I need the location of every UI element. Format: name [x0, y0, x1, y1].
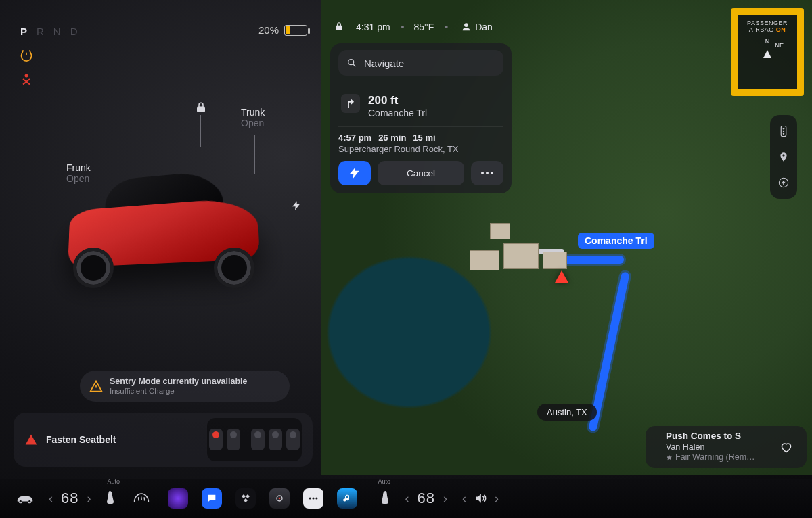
gear-selector: P R N D: [20, 26, 79, 37]
passenger-temp-value[interactable]: 68: [417, 490, 434, 507]
track-album: Fair Warning (Rem…: [675, 452, 755, 463]
volume-down[interactable]: ‹: [461, 492, 468, 506]
app-tray: [168, 488, 357, 509]
supercharger-button[interactable]: [338, 161, 371, 185]
compass[interactable]: N NE: [752, 38, 782, 68]
compass-arrow-icon: [763, 50, 771, 58]
nav-destination: Supercharger Round Rock, TX: [338, 144, 503, 154]
driver-temp-value[interactable]: 68: [61, 490, 78, 507]
svg-point-6: [783, 128, 784, 129]
camera-app[interactable]: [269, 488, 290, 509]
passenger-temp-down[interactable]: ‹: [403, 492, 410, 506]
nav-step-distance: 200 ft: [368, 94, 427, 108]
battery-icon: [284, 25, 307, 36]
warning-triangle-icon: [24, 433, 38, 446]
gear-p: P: [20, 26, 28, 37]
svg-point-2: [481, 172, 484, 174]
nav-eta-time: 4:57 pm: [338, 133, 371, 143]
music-app[interactable]: [337, 488, 357, 509]
passenger-seat-heat-button[interactable]: Auto: [375, 488, 391, 509]
tidal-app[interactable]: [235, 488, 256, 509]
car-status-pane: P R N D 20% Frunk Open Trunk Open: [0, 0, 321, 475]
turn-right-icon: [341, 94, 360, 113]
passenger-temp-control: ‹ 68 ›: [403, 490, 448, 507]
nav-eta-distance: 15 mi: [413, 133, 435, 143]
seatbelt-label: Fasten Seatbelt: [46, 434, 116, 445]
sentry-title: Sentry Mode currently unavailable: [110, 377, 248, 386]
passenger-temp-up[interactable]: ›: [442, 492, 449, 506]
svg-point-20: [316, 497, 318, 499]
all-apps-button[interactable]: [303, 488, 323, 509]
source-icon: [666, 454, 673, 461]
driver-temp-control: ‹ 68 ›: [47, 490, 92, 507]
more-icon: [480, 171, 494, 175]
car-controls-button[interactable]: [15, 488, 35, 509]
nav-search-placeholder: Navigate: [364, 57, 404, 69]
driver-seat-heat-button[interactable]: Auto: [104, 488, 120, 509]
airbag-compass-highlight: PASSENGER AIRBAG ON N NE: [731, 8, 804, 96]
supercharger-icon: [348, 166, 361, 180]
seatbelt-warning-icon: [19, 72, 34, 87]
traffic-lights-button[interactable]: [777, 124, 790, 138]
svg-point-14: [19, 500, 22, 503]
search-icon: [346, 57, 357, 68]
defrost-button[interactable]: [133, 488, 150, 509]
status-temp: 85°F: [401, 22, 434, 32]
gear-r: R: [37, 26, 45, 37]
dashcam-app[interactable]: [168, 488, 188, 509]
seat-occupancy[interactable]: [207, 418, 302, 461]
favorite-button[interactable]: [780, 440, 793, 454]
map-city-pill[interactable]: Austin, TX: [537, 404, 597, 421]
svg-point-4: [491, 172, 493, 174]
track-title: Push Comes to S: [666, 431, 761, 442]
svg-point-17: [279, 498, 281, 500]
driver-profile[interactable]: Dan: [445, 22, 493, 32]
driver-temp-down[interactable]: ‹: [47, 492, 54, 506]
cancel-navigation-button[interactable]: Cancel: [378, 161, 464, 185]
messages-app[interactable]: [202, 488, 222, 509]
lock-icon[interactable]: [195, 101, 207, 114]
gear-n: N: [53, 26, 62, 37]
gear-d: D: [70, 26, 79, 37]
svg-point-19: [313, 497, 315, 499]
svg-point-8: [783, 133, 784, 135]
sentry-subtitle: Insufficient Charge: [110, 387, 175, 395]
map-pane[interactable]: Comanche Trl Austin, TX 4:31 pm 85°F Dan…: [321, 0, 812, 475]
svg-point-0: [25, 74, 28, 78]
bottom-dock: ‹ 68 › Auto: [0, 479, 812, 518]
svg-point-18: [309, 497, 311, 499]
lock-icon[interactable]: [334, 22, 345, 32]
svg-point-1: [348, 60, 354, 65]
driver-temp-up[interactable]: ›: [85, 492, 92, 506]
nav-step-street: Comanche Trl: [368, 108, 427, 118]
tire-pressure-warning-icon: [19, 47, 34, 62]
supercharger-map-button[interactable]: [777, 176, 790, 189]
nav-eta-duration: 26 min: [378, 133, 406, 143]
passenger-airbag-indicator: PASSENGER AIRBAG ON: [747, 20, 788, 34]
media-bar: Push Comes to S Van Halen Fair Warning (…: [646, 426, 807, 468]
nav-search-input[interactable]: Navigate: [338, 50, 503, 76]
status-time: 4:31 pm: [356, 22, 390, 32]
driver-name: Dan: [475, 22, 493, 32]
map-road-label: Comanche Trl: [578, 233, 654, 249]
navigation-card: Navigate 200 ft Comanche Trl 4:57 pm 26 …: [330, 43, 512, 193]
volume-up[interactable]: ›: [493, 492, 500, 506]
svg-point-7: [783, 131, 784, 132]
battery-indicator[interactable]: 20%: [258, 24, 307, 36]
volume-control: ‹ ›: [461, 492, 500, 506]
map-status-bar: 4:31 pm 85°F Dan: [334, 22, 493, 32]
map-toolbar: [770, 115, 797, 199]
battery-percent: 20%: [258, 24, 279, 36]
map-pin-button[interactable]: [777, 150, 790, 164]
nav-more-button[interactable]: [471, 161, 503, 185]
svg-point-15: [28, 500, 32, 503]
vehicle-marker-icon: [555, 270, 568, 283]
vehicle-render: [14, 122, 298, 311]
volume-icon[interactable]: [473, 492, 488, 505]
warning-triangle-icon: [89, 379, 103, 393]
seatbelt-row: Fasten Seatbelt: [14, 413, 313, 467]
user-icon: [461, 22, 471, 32]
sentry-warning[interactable]: Sentry Mode currently unavailable Insuff…: [80, 371, 290, 402]
svg-point-3: [486, 172, 489, 174]
track-artist: Van Halen: [666, 442, 761, 453]
